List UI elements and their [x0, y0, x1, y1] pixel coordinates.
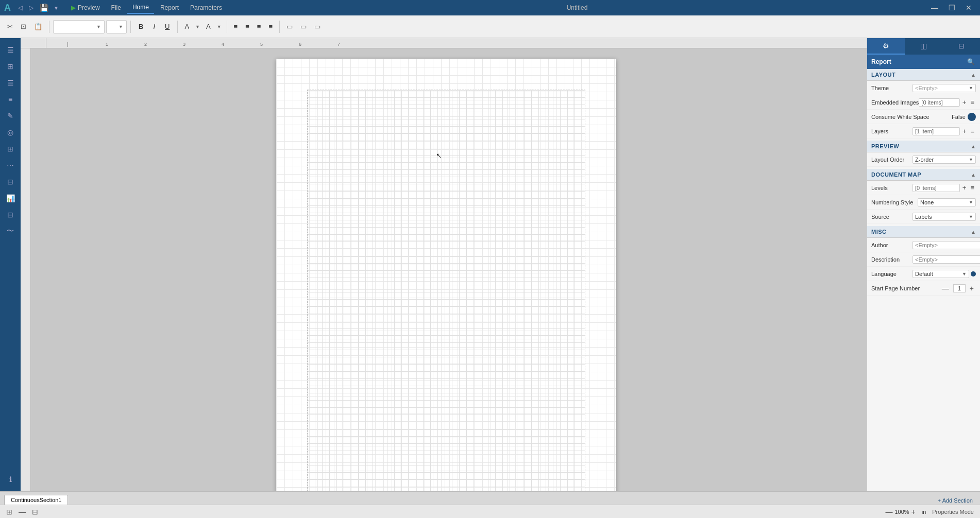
nav-report[interactable]: Report [155, 2, 184, 14]
sidebar-dots-icon[interactable]: ⋯ [3, 158, 18, 173]
start-page-decrement-btn[interactable]: — [940, 284, 951, 293]
numbering-style-dropdown[interactable]: None ▼ [918, 198, 976, 206]
border-btn2[interactable]: ▭ [297, 21, 310, 32]
source-dropdown[interactable]: Labels ▼ [913, 213, 976, 221]
undo-btn[interactable]: ◁ [16, 3, 25, 12]
sidebar-pencil-icon[interactable]: ✎ [3, 108, 18, 124]
border-btn1[interactable]: ▭ [283, 21, 296, 32]
highlight-btn[interactable]: A [203, 21, 214, 32]
nav-file[interactable]: File [106, 2, 126, 14]
misc-section-header[interactable]: MISC ▲ [867, 226, 980, 238]
align-right-btn[interactable]: ≡ [254, 21, 264, 32]
embedded-images-menu-btn[interactable]: ≡ [969, 98, 976, 107]
align-left-btn[interactable]: ≡ [231, 21, 241, 32]
align-distribute-btn[interactable]: ⊟ [32, 508, 38, 516]
canvas-scroll[interactable]: ↖ [21, 48, 867, 491]
redo-btn[interactable]: ▷ [27, 3, 36, 12]
layers-value[interactable]: [1 item] [913, 127, 960, 135]
misc-section-title: MISC [871, 229, 887, 235]
sidebar-bottom-icon[interactable]: ℹ [3, 472, 18, 487]
panel-search-btn[interactable]: 🔍 [966, 57, 976, 66]
sidebar-layers-icon[interactable]: ≡ [3, 92, 18, 107]
sidebar-list-icon[interactable]: ☰ [3, 75, 18, 91]
nav-preview[interactable]: ▶ Preview [66, 2, 105, 14]
minimize-btn[interactable]: — [927, 3, 942, 13]
save-dropdown-btn[interactable]: ▼ [53, 4, 60, 12]
language-label: Language [871, 271, 913, 277]
add-section-btn[interactable]: + Add Section [935, 496, 976, 505]
layout-section: LAYOUT ▲ Theme <Empty> ▼ Embedded Images… [867, 69, 980, 139]
sidebar-dashboard-icon[interactable]: ⊞ [3, 59, 18, 74]
panel-content[interactable]: LAYOUT ▲ Theme <Empty> ▼ Embedded Images… [867, 69, 980, 491]
zoom-controls: — 100% + [885, 508, 915, 516]
font-family-dropdown[interactable]: ▼ [53, 20, 105, 33]
document-map-section-title: DOCUMENT MAP [871, 171, 921, 178]
sidebar-menu-icon[interactable]: ☰ [3, 42, 18, 58]
panel-tab-more[interactable]: ⊟ [942, 38, 980, 55]
author-row: Author [867, 238, 980, 252]
description-input[interactable] [913, 255, 980, 264]
levels-add-btn[interactable]: + [961, 183, 968, 192]
sidebar-wave-icon[interactable]: 〜 [3, 223, 18, 239]
author-input[interactable] [913, 241, 980, 249]
nav-parameters[interactable]: Parameters [185, 2, 227, 14]
section-tab-1[interactable]: ContinuousSection1 [4, 495, 68, 505]
align-center-btn[interactable]: ≡ [242, 21, 252, 32]
panel-active-label: Report [871, 58, 964, 65]
justify-btn[interactable]: ≡ [265, 21, 276, 32]
highlight-dropdown[interactable]: ▼ [215, 22, 223, 31]
consume-whitespace-value: False [952, 114, 966, 120]
close-btn[interactable]: ✕ [961, 3, 976, 13]
consume-whitespace-toggle[interactable] [968, 113, 976, 121]
author-label: Author [871, 242, 913, 248]
ruler-mark-4: 4 [222, 42, 224, 47]
document-map-section-header[interactable]: DOCUMENT MAP ▲ [867, 169, 980, 181]
ruler-mark-5: 5 [260, 42, 263, 47]
theme-dropdown[interactable]: <Empty> ▼ [913, 84, 976, 92]
start-page-value: 1 [953, 284, 966, 292]
layers-menu-btn[interactable]: ≡ [969, 127, 976, 135]
embedded-images-value[interactable]: [0 items] [919, 98, 959, 107]
nav-home[interactable]: Home [127, 2, 154, 14]
properties-mode-btn[interactable]: Properties Mode [932, 509, 974, 515]
sidebar-table-icon[interactable]: ⊟ [3, 207, 18, 222]
language-dropdown[interactable]: Default ▼ [913, 270, 969, 278]
source-row: Source Labels ▼ [867, 210, 980, 224]
panel-tab-data[interactable]: ◫ [905, 38, 942, 55]
levels-label: Levels [871, 185, 913, 191]
sidebar-chart-icon[interactable]: 📊 [3, 191, 18, 206]
embedded-images-add-btn[interactable]: + [961, 98, 968, 107]
sidebar-minus-icon[interactable]: ⊟ [3, 174, 18, 189]
nav-bar: ▶ Preview File Home Report Parameters [66, 2, 227, 14]
maximize-btn[interactable]: ❐ [944, 3, 959, 13]
layout-section-header[interactable]: LAYOUT ▲ [867, 69, 980, 81]
layout-toggle-btn[interactable]: — [19, 508, 26, 516]
border-btn3[interactable]: ▭ [311, 21, 324, 32]
save-btn[interactable]: 💾 [38, 3, 50, 13]
font-color-btn[interactable]: A [181, 21, 192, 32]
description-row: Description [867, 252, 980, 267]
bold-btn[interactable]: B [134, 21, 147, 32]
layout-order-dropdown[interactable]: Z-order ▼ [913, 156, 976, 164]
underline-btn[interactable]: U [161, 21, 174, 32]
italic-btn[interactable]: I [149, 21, 159, 32]
layout-collapse-icon: ▲ [971, 72, 976, 78]
cut-btn[interactable]: ✂ [4, 21, 16, 32]
source-label: Source [871, 214, 913, 220]
zoom-out-btn[interactable]: — [885, 508, 892, 516]
grid-toggle-btn[interactable]: ⊞ [6, 508, 12, 516]
report-section[interactable] [307, 90, 585, 491]
layers-add-btn[interactable]: + [961, 127, 968, 135]
sidebar-target-icon[interactable]: ◎ [3, 125, 18, 140]
font-size-dropdown[interactable]: ▼ [106, 20, 127, 33]
preview-section-header[interactable]: PREVIEW ▲ [867, 141, 980, 152]
levels-value[interactable]: [0 items] [913, 184, 960, 192]
panel-tab-properties[interactable]: ⚙ [867, 38, 905, 55]
zoom-in-btn[interactable]: + [911, 508, 916, 516]
copy-btn[interactable]: ⊡ [18, 21, 29, 32]
start-page-increment-btn[interactable]: + [968, 284, 976, 293]
font-color-dropdown[interactable]: ▼ [194, 22, 201, 31]
paste-btn[interactable]: 📋 [31, 21, 45, 32]
levels-menu-btn[interactable]: ≡ [969, 183, 976, 192]
sidebar-grid-icon[interactable]: ⊞ [3, 141, 18, 157]
